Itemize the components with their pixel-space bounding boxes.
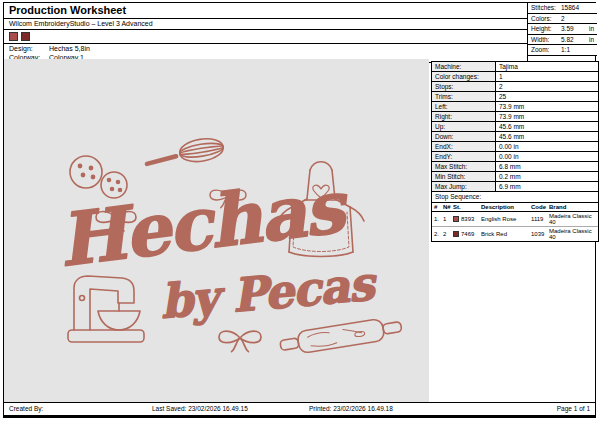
- machine-info-value: 0.2 mm: [496, 172, 598, 181]
- stop-brand: Madeira Classic 40: [549, 228, 596, 240]
- stat-row-zoom: Zoom: 1:1: [528, 45, 597, 56]
- stop-description: English Rose: [481, 216, 531, 222]
- stop-index: 1.: [434, 216, 443, 222]
- machine-info-label: Max Stitch:: [432, 162, 496, 171]
- machine-info-label: Right:: [432, 112, 496, 121]
- machine-info-row: Machine:Tajima: [432, 62, 598, 72]
- machine-info-value: 25: [496, 92, 598, 101]
- stat-row-width: Width: 5.82 in: [528, 35, 597, 46]
- whisk-icon: [144, 136, 224, 170]
- stop-sequence-title: Stop Sequence:: [432, 192, 598, 203]
- machine-info-label: Up:: [432, 122, 496, 131]
- stat-value: 3.59: [561, 25, 584, 32]
- worksheet-page: Production Worksheet Wilcom EmbroiderySt…: [3, 2, 596, 418]
- machine-info-row: EndY:0.00 in: [432, 152, 598, 162]
- bow-icon-bottom: [219, 331, 261, 351]
- stop-stitches: 7469: [453, 231, 481, 237]
- last-saved-text: Last Saved: 23/02/2026 16.49.15: [152, 405, 248, 412]
- created-by-label: Created By:: [9, 405, 43, 412]
- app-subtitle: Wilcom EmbroideryStudio – Level 3 Advanc…: [4, 19, 527, 30]
- stat-row-colors: Colors: 2: [528, 14, 597, 25]
- machine-info-value: 73.9 mm: [496, 102, 598, 111]
- page-title: Production Worksheet: [4, 3, 527, 19]
- stop-description: Brick Red: [481, 231, 531, 237]
- rolling-pin-doodle: [279, 316, 403, 357]
- stop-stitch-count: 7469: [461, 231, 474, 237]
- printed-text: Printed: 23/02/2026 16.49.18: [309, 405, 393, 412]
- machine-info-value: 6.8 mm: [496, 162, 598, 171]
- stat-value: 2: [561, 15, 584, 22]
- thread-color-swatch-1: [9, 32, 18, 41]
- design-canvas: Hechas by Pecas: [4, 59, 429, 405]
- machine-info-row: Max Stitch:6.8 mm: [432, 162, 598, 172]
- machine-info-label: Down:: [432, 132, 496, 141]
- col-header-stitches: St.: [453, 204, 481, 210]
- col-header-needle: N#: [443, 204, 453, 210]
- machine-info-value: 2: [496, 82, 598, 91]
- machine-info-value: 0.00 in: [496, 142, 598, 151]
- stop-color-swatch: [453, 231, 459, 237]
- machine-info-label: EndY:: [432, 152, 496, 161]
- stat-value: 1:1: [561, 46, 584, 53]
- machine-info-row: Right:73.9 mm: [432, 112, 598, 122]
- design-preview: Hechas by Pecas: [4, 59, 429, 405]
- stop-code: 1119: [531, 216, 549, 222]
- machine-info-label: EndX:: [432, 142, 496, 151]
- machine-info-value: 73.9 mm: [496, 112, 598, 121]
- page-number: Page 1 of 1: [557, 405, 590, 412]
- stat-label: Zoom:: [531, 46, 561, 53]
- design-name-row: Design: Hechas 5,8in: [4, 44, 527, 53]
- thread-color-swatches: [4, 30, 527, 44]
- stop-needle: 1: [443, 216, 453, 222]
- stop-index: 2.: [434, 231, 443, 237]
- machine-info-value: 0.00 in: [496, 152, 598, 161]
- stop-stitch-count: 8393: [461, 216, 474, 222]
- stop-row: 2. 2 7469 Brick Red 1039 Madeira Classic…: [432, 227, 598, 241]
- machine-info-row: Stops:2: [432, 82, 598, 92]
- design-value: Hechas 5,8in: [49, 45, 90, 52]
- stat-label: Height:: [531, 25, 561, 32]
- footer-bar: Created By: Last Saved: 23/02/2026 16.49…: [4, 402, 595, 415]
- stop-stitches: 8393: [453, 216, 481, 222]
- header-block: Production Worksheet Wilcom EmbroiderySt…: [4, 3, 528, 63]
- stat-value: 5.82: [561, 36, 584, 43]
- col-header-code: Code: [531, 204, 549, 210]
- machine-info-row: EndX:0.00 in: [432, 142, 598, 152]
- stat-label: Stitches:: [531, 4, 561, 11]
- machine-info-label: Left:: [432, 102, 496, 111]
- stop-code: 1039: [531, 231, 549, 237]
- machine-info-row: Trims:25: [432, 92, 598, 102]
- stat-unit: in: [584, 36, 594, 43]
- stat-row-height: Height: 3.59 in: [528, 24, 597, 35]
- machine-info-row: Color changes:1: [432, 72, 598, 82]
- machine-info-value: 45.6 mm: [496, 132, 598, 141]
- col-header-index: #: [434, 204, 443, 210]
- machine-info-table: Machine:Tajima Color changes:1 Stops:2 T…: [431, 61, 599, 202]
- thread-color-swatch-2: [21, 32, 30, 41]
- stop-sequence-table: Stop Sequence: # N# St. Description Code…: [431, 191, 599, 242]
- stop-color-swatch: [453, 216, 459, 222]
- machine-info-label: Color changes:: [432, 72, 496, 81]
- design-label: Design:: [9, 45, 49, 52]
- machine-info-row: Min Stitch:0.2 mm: [432, 172, 598, 182]
- machine-info-label: Machine:: [432, 62, 496, 71]
- machine-info-value: Tajima: [496, 62, 598, 71]
- production-worksheet: Production Worksheet Wilcom EmbroiderySt…: [0, 0, 600, 424]
- machine-info-label: Trims:: [432, 92, 496, 101]
- machine-info-label: Max Jump:: [432, 182, 496, 191]
- machine-info-row: Down:45.6 mm: [432, 132, 598, 142]
- stat-unit: in: [584, 25, 594, 32]
- col-header-brand: Brand: [549, 204, 596, 210]
- stat-label: Width:: [531, 36, 561, 43]
- stop-row: 1. 1 8393 English Rose 1119 Madeira Clas…: [432, 212, 598, 227]
- stop-brand: Madeira Classic 40: [549, 213, 596, 225]
- machine-info-row: Up:45.6 mm: [432, 122, 598, 132]
- stat-unit: [584, 15, 594, 22]
- machine-info-label: Min Stitch:: [432, 172, 496, 181]
- stop-sequence-header: # N# St. Description Code Brand: [432, 203, 598, 212]
- machine-info-value: 1: [496, 72, 598, 81]
- summary-box: Stitches: 15864 Colors: 2 Height: 3.59 i…: [528, 3, 597, 56]
- stat-label: Colors:: [531, 15, 561, 22]
- machine-info-value: 6.9 mm: [496, 182, 598, 191]
- mixer-doodle: [68, 276, 144, 342]
